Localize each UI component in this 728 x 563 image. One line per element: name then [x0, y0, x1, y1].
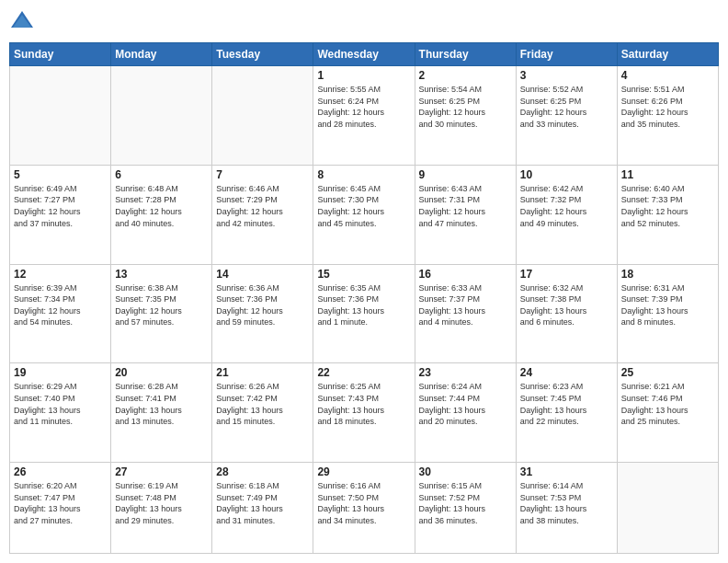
calendar-cell: 20Sunrise: 6:28 AM Sunset: 7:41 PM Dayli…: [111, 363, 212, 463]
weekday-header-sunday: Sunday: [10, 43, 111, 66]
day-number: 21: [216, 366, 309, 379]
header: [9, 9, 719, 35]
day-number: 2: [419, 69, 512, 82]
day-number: 11: [621, 168, 714, 181]
weekday-header-saturday: Saturday: [617, 43, 718, 66]
day-number: 31: [520, 465, 613, 478]
day-number: 13: [115, 268, 208, 281]
weekday-header-friday: Friday: [516, 43, 617, 66]
day-info: Sunrise: 6:21 AM Sunset: 7:46 PM Dayligh…: [621, 381, 714, 427]
day-info: Sunrise: 6:39 AM Sunset: 7:34 PM Dayligh…: [14, 282, 107, 328]
calendar-cell: 17Sunrise: 6:32 AM Sunset: 7:38 PM Dayli…: [516, 264, 617, 363]
day-number: 16: [419, 268, 512, 281]
day-info: Sunrise: 6:45 AM Sunset: 7:30 PM Dayligh…: [317, 183, 410, 229]
calendar-table: SundayMondayTuesdayWednesdayThursdayFrid…: [9, 42, 719, 554]
calendar-cell: 8Sunrise: 6:45 AM Sunset: 7:30 PM Daylig…: [313, 165, 415, 264]
day-number: 19: [14, 366, 107, 379]
day-info: Sunrise: 6:46 AM Sunset: 7:29 PM Dayligh…: [216, 183, 309, 229]
calendar-cell: 11Sunrise: 6:40 AM Sunset: 7:33 PM Dayli…: [617, 165, 718, 264]
day-number: 7: [216, 168, 309, 181]
calendar-cell: 29Sunrise: 6:16 AM Sunset: 7:50 PM Dayli…: [313, 463, 415, 554]
calendar-cell: 16Sunrise: 6:33 AM Sunset: 7:37 PM Dayli…: [415, 264, 516, 363]
day-number: 27: [115, 465, 208, 478]
day-info: Sunrise: 6:16 AM Sunset: 7:50 PM Dayligh…: [317, 480, 410, 526]
day-number: 3: [520, 69, 613, 82]
day-number: 29: [317, 465, 410, 478]
day-number: 1: [317, 69, 410, 82]
day-number: 30: [419, 465, 512, 478]
day-number: 20: [115, 366, 208, 379]
day-info: Sunrise: 6:20 AM Sunset: 7:47 PM Dayligh…: [14, 480, 107, 526]
day-info: Sunrise: 5:55 AM Sunset: 6:24 PM Dayligh…: [317, 84, 410, 130]
day-info: Sunrise: 6:19 AM Sunset: 7:48 PM Dayligh…: [115, 480, 208, 526]
day-info: Sunrise: 5:51 AM Sunset: 6:26 PM Dayligh…: [621, 84, 714, 130]
calendar-cell: 5Sunrise: 6:49 AM Sunset: 7:27 PM Daylig…: [10, 165, 111, 264]
day-info: Sunrise: 6:24 AM Sunset: 7:44 PM Dayligh…: [419, 381, 512, 427]
day-info: Sunrise: 6:48 AM Sunset: 7:28 PM Dayligh…: [115, 183, 208, 229]
day-number: 10: [520, 168, 613, 181]
day-info: Sunrise: 6:36 AM Sunset: 7:36 PM Dayligh…: [216, 282, 309, 328]
day-info: Sunrise: 6:14 AM Sunset: 7:53 PM Dayligh…: [520, 480, 613, 526]
day-number: 6: [115, 168, 208, 181]
calendar-cell: [212, 66, 313, 166]
day-info: Sunrise: 6:38 AM Sunset: 7:35 PM Dayligh…: [115, 282, 208, 328]
day-info: Sunrise: 6:15 AM Sunset: 7:52 PM Dayligh…: [419, 480, 512, 526]
day-number: 9: [419, 168, 512, 181]
day-info: Sunrise: 6:28 AM Sunset: 7:41 PM Dayligh…: [115, 381, 208, 427]
day-info: Sunrise: 6:33 AM Sunset: 7:37 PM Dayligh…: [419, 282, 512, 328]
day-number: 8: [317, 168, 410, 181]
day-number: 5: [14, 168, 107, 181]
day-number: 26: [14, 465, 107, 478]
day-number: 28: [216, 465, 309, 478]
calendar-cell: 7Sunrise: 6:46 AM Sunset: 7:29 PM Daylig…: [212, 165, 313, 264]
day-number: 14: [216, 268, 309, 281]
calendar-cell: [10, 66, 111, 166]
calendar-cell: 24Sunrise: 6:23 AM Sunset: 7:45 PM Dayli…: [516, 363, 617, 463]
weekday-header-wednesday: Wednesday: [313, 43, 415, 66]
calendar-cell: 2Sunrise: 5:54 AM Sunset: 6:25 PM Daylig…: [415, 66, 516, 166]
calendar-cell: 13Sunrise: 6:38 AM Sunset: 7:35 PM Dayli…: [111, 264, 212, 363]
day-info: Sunrise: 6:43 AM Sunset: 7:31 PM Dayligh…: [419, 183, 512, 229]
calendar-cell: 6Sunrise: 6:48 AM Sunset: 7:28 PM Daylig…: [111, 165, 212, 264]
calendar-cell: 3Sunrise: 5:52 AM Sunset: 6:25 PM Daylig…: [516, 66, 617, 166]
calendar-cell: 23Sunrise: 6:24 AM Sunset: 7:44 PM Dayli…: [415, 363, 516, 463]
calendar-cell: 4Sunrise: 5:51 AM Sunset: 6:26 PM Daylig…: [617, 66, 718, 166]
calendar-cell: 12Sunrise: 6:39 AM Sunset: 7:34 PM Dayli…: [10, 264, 111, 363]
calendar-cell: 18Sunrise: 6:31 AM Sunset: 7:39 PM Dayli…: [617, 264, 718, 363]
day-info: Sunrise: 6:32 AM Sunset: 7:38 PM Dayligh…: [520, 282, 613, 328]
calendar-cell: 19Sunrise: 6:29 AM Sunset: 7:40 PM Dayli…: [10, 363, 111, 463]
day-number: 22: [317, 366, 410, 379]
day-info: Sunrise: 6:29 AM Sunset: 7:40 PM Dayligh…: [14, 381, 107, 427]
calendar-cell: [111, 66, 212, 166]
day-info: Sunrise: 6:40 AM Sunset: 7:33 PM Dayligh…: [621, 183, 714, 229]
page: SundayMondayTuesdayWednesdayThursdayFrid…: [0, 0, 728, 563]
calendar-cell: 27Sunrise: 6:19 AM Sunset: 7:48 PM Dayli…: [111, 463, 212, 554]
day-info: Sunrise: 5:52 AM Sunset: 6:25 PM Dayligh…: [520, 84, 613, 130]
logo-icon: [9, 9, 35, 35]
day-info: Sunrise: 6:49 AM Sunset: 7:27 PM Dayligh…: [14, 183, 107, 229]
day-info: Sunrise: 6:42 AM Sunset: 7:32 PM Dayligh…: [520, 183, 613, 229]
day-number: 15: [317, 268, 410, 281]
day-number: 17: [520, 268, 613, 281]
day-number: 25: [621, 366, 714, 379]
day-number: 24: [520, 366, 613, 379]
weekday-header-tuesday: Tuesday: [212, 43, 313, 66]
day-info: Sunrise: 6:35 AM Sunset: 7:36 PM Dayligh…: [317, 282, 410, 328]
calendar-cell: 9Sunrise: 6:43 AM Sunset: 7:31 PM Daylig…: [415, 165, 516, 264]
calendar-cell: 31Sunrise: 6:14 AM Sunset: 7:53 PM Dayli…: [516, 463, 617, 554]
day-info: Sunrise: 6:23 AM Sunset: 7:45 PM Dayligh…: [520, 381, 613, 427]
day-number: 12: [14, 268, 107, 281]
day-info: Sunrise: 6:31 AM Sunset: 7:39 PM Dayligh…: [621, 282, 714, 328]
weekday-header-thursday: Thursday: [415, 43, 516, 66]
calendar-cell: 10Sunrise: 6:42 AM Sunset: 7:32 PM Dayli…: [516, 165, 617, 264]
day-info: Sunrise: 6:26 AM Sunset: 7:42 PM Dayligh…: [216, 381, 309, 427]
day-number: 23: [419, 366, 512, 379]
day-info: Sunrise: 6:25 AM Sunset: 7:43 PM Dayligh…: [317, 381, 410, 427]
day-number: 18: [621, 268, 714, 281]
calendar-cell: 14Sunrise: 6:36 AM Sunset: 7:36 PM Dayli…: [212, 264, 313, 363]
calendar-cell: 30Sunrise: 6:15 AM Sunset: 7:52 PM Dayli…: [415, 463, 516, 554]
calendar-cell: 28Sunrise: 6:18 AM Sunset: 7:49 PM Dayli…: [212, 463, 313, 554]
calendar-cell: 22Sunrise: 6:25 AM Sunset: 7:43 PM Dayli…: [313, 363, 415, 463]
logo: [9, 9, 39, 35]
calendar-cell: 1Sunrise: 5:55 AM Sunset: 6:24 PM Daylig…: [313, 66, 415, 166]
